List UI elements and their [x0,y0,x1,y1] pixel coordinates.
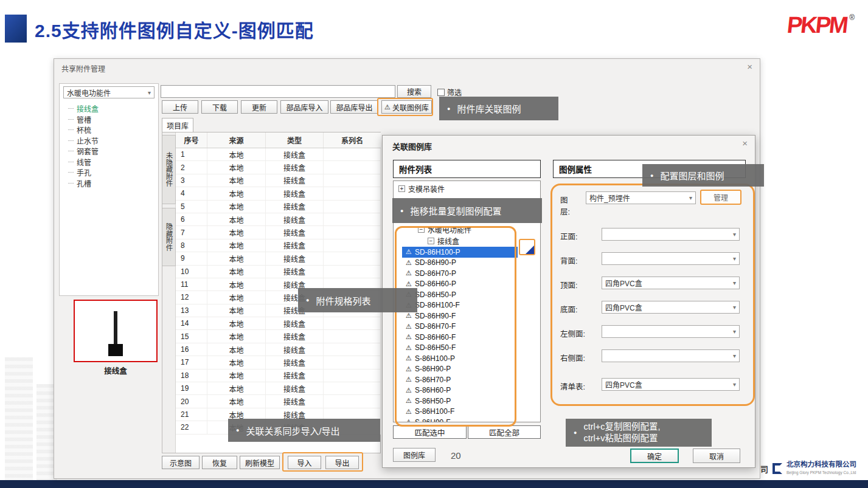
table-cell: 接线盒 [266,317,324,329]
table-row[interactable]: 18本地接线盒 [176,369,381,382]
attachment-item[interactable]: ⚠SD-86H70-P [402,268,518,279]
annotation-spec-list: ● 附件规格列表 [298,288,417,312]
attachment-item[interactable]: ⚠SD-86H100-P [402,247,518,258]
parts-export-button[interactable]: 部品库导出 [330,100,378,114]
tree-node-root[interactable]: + 支模吊装件 [398,184,445,194]
tab-unhidden-attachments[interactable]: 未隐藏附件 [162,135,176,204]
field-select[interactable]: 四角PVC盒▾ [602,378,740,391]
category-dropdown[interactable]: 水暖电功能件 ▾ [63,86,155,98]
table-row[interactable]: 10本地接线盒 [176,266,381,278]
table-row[interactable]: 15本地接线盒 [176,330,381,343]
attachment-item[interactable]: ⚠S-86H90-P [402,364,518,375]
table-cell [324,252,381,264]
attachment-item[interactable]: ⚠SD-86H90-F [402,311,518,321]
expand-icon[interactable]: + [398,185,405,192]
link-legend-library-button[interactable]: ⚠ 关联图例库 [381,100,432,114]
table-row[interactable]: 7本地接线盒 [176,226,381,239]
attachment-item-label: SD-86H70-F [415,322,456,331]
attachment-item[interactable]: ⚠S-86H50-P [402,396,518,407]
annotation-drag-copy: ● 拖移批量复制图例配置 [392,198,542,223]
attachment-item[interactable]: ⚠S-86H100-F [402,407,518,418]
field-select[interactable]: ▾ [602,325,740,338]
table-row[interactable]: 2本地接线盒 [176,161,381,174]
table-row[interactable]: 5本地接线盒 [176,201,381,213]
attachment-item[interactable]: ⚠S-86H100-P [402,353,518,364]
download-button[interactable]: 下载 [201,100,238,114]
parts-import-button[interactable]: 部品库导入 [280,100,328,114]
attachment-item[interactable]: ⚠SD-86H50-F [402,343,518,354]
table-row[interactable]: 19本地接线盒 [176,382,381,395]
tree-node-group[interactable]: − 水暖电功能件 [418,224,471,235]
table-row[interactable]: 9本地接线盒 [176,252,381,265]
restore-button[interactable]: 恢复 [202,456,237,469]
footer-company: 北京构力科技有限公司 Beijing Glory PKPM Technology… [786,461,856,476]
link-legend-library-label: 关联图例库 [392,102,429,112]
refresh-model-button[interactable]: 刷新模型 [240,456,280,469]
category-tree-item[interactable]: 线管 [68,157,99,168]
slide-title: 2.5支持附件图例自定义-图例匹配 [35,16,314,43]
update-button[interactable]: 更新 [241,100,277,114]
attachment-item[interactable]: ⚠SD-86H70-F [402,321,518,332]
table-row[interactable]: 17本地接线盒 [176,356,381,369]
schematic-button[interactable]: 示意图 [162,456,200,469]
collapse-icon[interactable]: − [428,238,434,244]
table-row[interactable]: 16本地接线盒 [176,343,381,356]
chevron-down-icon: ▾ [689,194,692,201]
attachment-item[interactable]: ⚠S-86H70-P [402,374,518,385]
attachment-item[interactable]: ⚠SD-86H100-F [402,300,518,311]
category-tree-item[interactable]: 管槽 [68,114,99,125]
table-cell: 接线盒 [266,252,324,264]
import-button[interactable]: 导入 [288,456,321,469]
attachment-item-label: SD-86H100-F [415,301,460,309]
table-row[interactable]: 14本地接线盒 [176,317,381,330]
category-tree-item[interactable]: 手孔 [68,167,99,178]
category-tree-item[interactable]: 接线盒 [68,103,99,114]
ok-button[interactable]: 确定 [630,448,679,463]
table-row[interactable]: 3本地接线盒 [176,174,381,187]
field-label: 左侧面: [560,328,585,339]
attachment-item[interactable]: ⚠SD-86H60-P [402,279,518,290]
collapse-icon[interactable]: − [418,226,425,233]
close-icon[interactable]: × [747,63,752,71]
field-select[interactable]: ▾ [602,252,740,265]
manage-button[interactable]: 管理 [700,190,741,205]
tab-project-library[interactable]: 项目库 [162,118,193,132]
upload-button[interactable]: 上传 [162,100,198,114]
table-row[interactable]: 4本地接线盒 [176,187,381,200]
annotation-configure-layer: ● 配置图层和图例 [642,164,764,187]
field-select[interactable]: 四角PVC盒▾ [602,277,740,289]
category-tree-item[interactable]: 孔槽 [68,178,99,189]
category-tree-item[interactable]: 钢套管 [68,146,99,157]
table-cell [324,161,381,173]
field-select[interactable]: ▾ [602,349,740,362]
search-input[interactable] [161,85,395,98]
attachment-item-label: S-86H90-F [415,418,451,422]
attachment-item[interactable]: ⚠S-86H60-P [402,385,518,396]
drag-handle[interactable] [519,239,535,255]
attachment-item[interactable]: ⚠S-86H90-F [402,417,518,422]
match-selected-button[interactable]: 匹配选中 [393,425,467,439]
footer-logos: 公司 北京构力科技有限公司 Beijing Glory PKPM Technol… [752,457,868,480]
close-icon[interactable]: × [742,139,748,148]
filter-checkbox[interactable] [437,89,445,96]
layer-select[interactable]: 构件_预埋件 ▾ [586,191,696,204]
cancel-button[interactable]: 取消 [693,448,740,463]
category-tree-item[interactable]: 杯梳 [68,125,99,136]
table-row[interactable]: 6本地接线盒 [176,213,381,226]
tree-node-sub[interactable]: − 接线盒 [428,236,459,246]
table-row[interactable]: 20本地接线盒 [176,395,381,408]
attachment-item[interactable]: ⚠SD-86H60-F [402,332,518,343]
table-row[interactable]: 8本地接线盒 [176,239,381,252]
field-select[interactable]: ▾ [602,228,740,241]
attachment-item[interactable]: ⚠SD-86H50-P [402,289,518,300]
attachment-item[interactable]: ⚠SD-86H90-P [402,258,518,269]
table-row[interactable]: 1本地接线盒 [176,148,381,161]
legend-library-button[interactable]: 图例库 [393,448,436,462]
filter-control[interactable]: 筛选 [437,87,462,97]
field-select[interactable]: 四角PVC盒▾ [602,301,740,314]
category-tree-item[interactable]: 止水节 [68,136,99,146]
tab-hidden-attachments[interactable]: 隐藏附件 [162,208,176,266]
match-all-button[interactable]: 匹配全部 [468,425,541,439]
search-button[interactable]: 搜索 [397,85,431,98]
export-button[interactable]: 导出 [325,456,359,469]
